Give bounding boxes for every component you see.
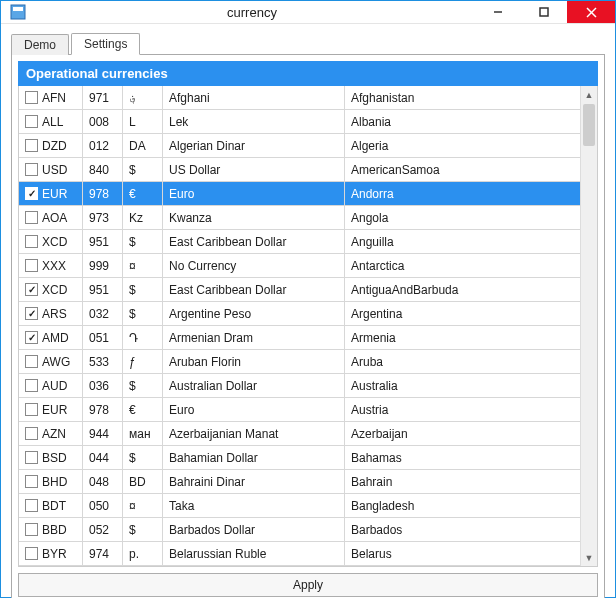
cell-country: Argentina [345,302,580,325]
cell-name: Azerbaijanian Manat [163,422,345,445]
cell-numeric: 533 [83,350,123,373]
window-controls [475,1,615,23]
cell-checkbox[interactable]: BSD [19,446,83,469]
checkbox-icon[interactable] [25,115,38,128]
table-row[interactable]: BHD048BDBahraini DinarBahrain [19,470,580,494]
scroll-up-button[interactable]: ▲ [581,86,597,103]
code-label: AMD [42,331,69,345]
table-row[interactable]: XXX999¤No CurrencyAntarctica [19,254,580,278]
checkbox-icon[interactable] [25,403,38,416]
cell-checkbox[interactable]: EUR [19,182,83,205]
scroll-thumb[interactable] [583,104,595,146]
cell-country: Azerbaijan [345,422,580,445]
minimize-button[interactable] [475,1,521,23]
cell-checkbox[interactable]: AOA [19,206,83,229]
table-row[interactable]: AUD036$Australian DollarAustralia [19,374,580,398]
checkbox-icon[interactable] [25,451,38,464]
cell-numeric: 974 [83,542,123,565]
checkbox-icon[interactable] [25,523,38,536]
cell-name: Australian Dollar [163,374,345,397]
table-row[interactable]: EUR978€EuroAndorra [19,182,580,206]
cell-checkbox[interactable]: XXX [19,254,83,277]
cell-checkbox[interactable]: AUD [19,374,83,397]
checkbox-icon[interactable] [25,379,38,392]
tab-demo[interactable]: Demo [11,34,69,55]
table-row[interactable]: USD840$US DollarAmericanSamoa [19,158,580,182]
table-row[interactable]: EUR978€EuroAustria [19,398,580,422]
checkbox-icon[interactable] [25,331,38,344]
table-row[interactable]: AWG533ƒAruban FlorinAruba [19,350,580,374]
table-row[interactable]: XCD951$East Caribbean DollarAnguilla [19,230,580,254]
checkbox-icon[interactable] [25,427,38,440]
cell-numeric: 048 [83,470,123,493]
cell-checkbox[interactable]: XCD [19,278,83,301]
cell-checkbox[interactable]: AFN [19,86,83,109]
checkbox-icon[interactable] [25,547,38,560]
checkbox-icon[interactable] [25,307,38,320]
checkbox-icon[interactable] [25,283,38,296]
cell-numeric: 951 [83,278,123,301]
table-row[interactable]: AFN971؋AfghaniAfghanistan [19,86,580,110]
vertical-scrollbar[interactable]: ▲ ▼ [580,86,597,566]
scroll-down-button[interactable]: ▼ [581,549,597,566]
table-row[interactable]: BYR974p.Belarussian RubleBelarus [19,542,580,566]
cell-numeric: 050 [83,494,123,517]
cell-symbol: $ [123,278,163,301]
cell-numeric: 978 [83,398,123,421]
cell-symbol: p. [123,542,163,565]
checkbox-icon[interactable] [25,499,38,512]
cell-checkbox[interactable]: AMD [19,326,83,349]
cell-checkbox[interactable]: BDT [19,494,83,517]
table-row[interactable]: ALL008LLekAlbania [19,110,580,134]
checkbox-icon[interactable] [25,211,38,224]
cell-name: Aruban Florin [163,350,345,373]
table-row[interactable]: BSD044$Bahamian DollarBahamas [19,446,580,470]
cell-checkbox[interactable]: ARS [19,302,83,325]
cell-symbol: Kz [123,206,163,229]
checkbox-icon[interactable] [25,139,38,152]
cell-checkbox[interactable]: AZN [19,422,83,445]
checkbox-icon[interactable] [25,91,38,104]
table-row[interactable]: ARS032$Argentine PesoArgentina [19,302,580,326]
cell-symbol: € [123,182,163,205]
code-label: BDT [42,499,66,513]
tab-settings[interactable]: Settings [71,33,140,55]
cell-checkbox[interactable]: EUR [19,398,83,421]
cell-name: Euro [163,182,345,205]
cell-symbol: $ [123,374,163,397]
cell-name: No Currency [163,254,345,277]
grid-rows[interactable]: AFN971؋AfghaniAfghanistanALL008LLekAlban… [19,86,580,566]
checkbox-icon[interactable] [25,187,38,200]
table-row[interactable]: AOA973KzKwanzaAngola [19,206,580,230]
cell-checkbox[interactable]: ALL [19,110,83,133]
table-row[interactable]: XCD951$East Caribbean DollarAntiguaAndBa… [19,278,580,302]
checkbox-icon[interactable] [25,235,38,248]
apply-button[interactable]: Apply [18,573,598,597]
checkbox-icon[interactable] [25,475,38,488]
table-row[interactable]: AMD051ԴArmenian DramArmenia [19,326,580,350]
cell-checkbox[interactable]: BBD [19,518,83,541]
close-button[interactable] [567,1,615,23]
cell-checkbox[interactable]: BYR [19,542,83,565]
code-label: AFN [42,91,66,105]
cell-numeric: 052 [83,518,123,541]
table-row[interactable]: BBD052$Barbados DollarBarbados [19,518,580,542]
table-row[interactable]: AZN944манAzerbaijanian ManatAzerbaijan [19,422,580,446]
cell-checkbox[interactable]: XCD [19,230,83,253]
cell-symbol: $ [123,446,163,469]
cell-checkbox[interactable]: AWG [19,350,83,373]
checkbox-icon[interactable] [25,355,38,368]
cell-country: Belarus [345,542,580,565]
table-row[interactable]: DZD012DAAlgerian DinarAlgeria [19,134,580,158]
cell-symbol: ؋ [123,86,163,109]
cell-checkbox[interactable]: DZD [19,134,83,157]
cell-country: Andorra [345,182,580,205]
checkbox-icon[interactable] [25,259,38,272]
cell-name: Taka [163,494,345,517]
maximize-button[interactable] [521,1,567,23]
cell-checkbox[interactable]: USD [19,158,83,181]
cell-name: Algerian Dinar [163,134,345,157]
checkbox-icon[interactable] [25,163,38,176]
table-row[interactable]: BDT050¤TakaBangladesh [19,494,580,518]
cell-checkbox[interactable]: BHD [19,470,83,493]
